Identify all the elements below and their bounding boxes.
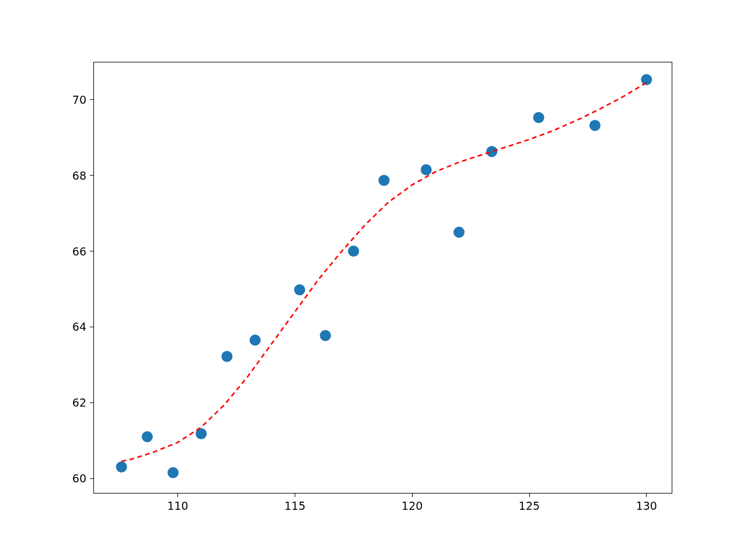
plot-svg [0,0,747,560]
scatter-point [453,227,465,238]
x-tick-label: 120 [402,501,423,512]
x-tick-mark [412,494,413,497]
scatter-point [348,246,359,257]
x-tick-mark [295,494,295,497]
x-tick-label: 130 [636,501,657,512]
scatter-point [294,284,305,295]
scatter-point [589,120,601,131]
x-tick-mark [177,494,178,497]
scatter-point [379,175,390,186]
y-tick-mark [90,402,93,403]
scatter-point [486,146,497,157]
y-tick-mark [90,327,93,327]
x-tick-mark [646,494,647,497]
scatter-point [116,461,127,473]
x-tick-label: 115 [284,501,305,512]
scatter-point [533,112,544,123]
scatter-point [421,164,432,176]
y-tick-label: 60 [72,473,86,484]
y-tick-label: 62 [72,397,86,408]
y-tick-label: 66 [72,246,86,257]
y-tick-mark [90,251,93,251]
scatter-point [320,330,331,341]
y-tick-label: 64 [72,321,86,332]
trend-line [121,83,647,461]
scatter-point [167,467,179,478]
scatter-point [142,431,153,442]
y-tick-mark [90,478,93,479]
x-tick-label: 125 [519,501,540,512]
figure: 110115120125130606264666870 [0,0,747,560]
y-tick-mark [90,99,93,100]
y-tick-mark [90,175,93,176]
scatter-point [221,351,232,362]
y-tick-label: 70 [72,94,86,105]
x-tick-label: 110 [167,501,188,512]
y-tick-label: 68 [72,170,86,181]
x-tick-mark [529,494,530,497]
scatter-point [250,335,261,346]
